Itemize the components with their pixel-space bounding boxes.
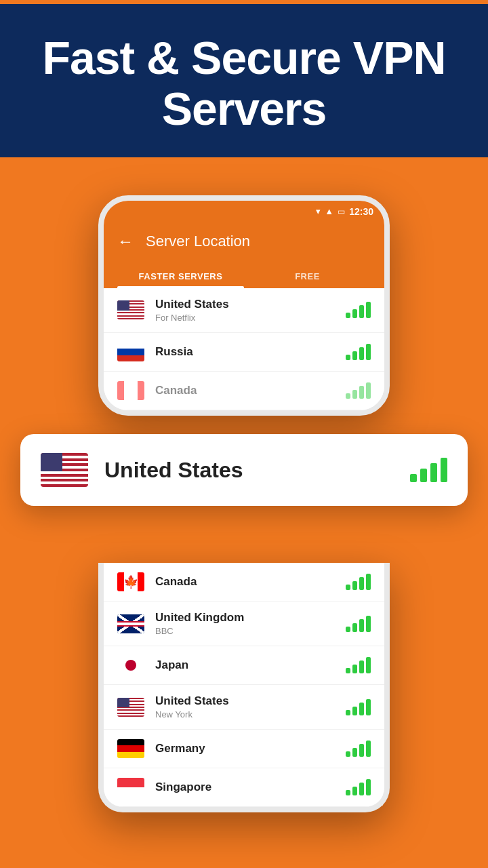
flag-canada-lower: 🍁 <box>117 572 144 591</box>
bar3 <box>359 386 364 399</box>
floating-country-name: United States <box>104 458 394 483</box>
banner-title: Fast & Secure VPN Servers <box>41 33 447 134</box>
server-name-canada: Canada <box>155 384 335 397</box>
server-name-russia: Russia <box>155 345 335 359</box>
bar1 <box>410 474 417 482</box>
server-sub-uk: BBC <box>155 626 335 636</box>
server-name-germany: Germany <box>155 742 335 755</box>
flag-us-netflix <box>117 300 144 319</box>
server-name-uk: United Kingdom <box>155 611 335 625</box>
app-header: ← Server Location <box>104 222 384 263</box>
server-name-singapore: Singapore <box>155 781 335 794</box>
server-name-canada-lower: Canada <box>155 575 335 589</box>
server-name-japan: Japan <box>155 658 335 672</box>
bar2 <box>352 665 357 673</box>
server-list: United States For Netflix Russia <box>104 288 384 410</box>
bar1 <box>346 790 350 795</box>
signal-icon: ▲ <box>325 206 333 216</box>
flag-canada <box>117 381 144 400</box>
bar2 <box>352 623 357 632</box>
bar3 <box>359 744 364 757</box>
bar2 <box>352 351 357 360</box>
wifi-icon: ▾ <box>316 206 321 216</box>
signal-bars-us-netflix <box>346 302 371 318</box>
server-name-us-ny: United States <box>155 694 335 708</box>
bar3 <box>359 347 364 360</box>
phone-device: ▾ ▲ ▭ 12:30 ← Server Location FASTER SER… <box>98 195 390 416</box>
bar1 <box>346 393 350 399</box>
status-bar: ▾ ▲ ▭ 12:30 <box>104 201 384 222</box>
server-info-canada: Canada <box>155 384 335 397</box>
status-time: 12:30 <box>349 206 373 217</box>
bar4 <box>441 458 447 482</box>
bar4 <box>366 382 371 399</box>
bar3 <box>359 783 364 795</box>
bar4 <box>366 657 371 673</box>
server-item-us-netflix[interactable]: United States For Netflix <box>104 288 384 333</box>
floating-flag <box>41 453 88 487</box>
battery-icon: ▭ <box>338 207 345 216</box>
bar1 <box>346 751 350 757</box>
server-item-japan[interactable]: Japan <box>104 646 384 685</box>
server-info-uk: United Kingdom BBC <box>155 611 335 636</box>
bar4 <box>366 779 371 795</box>
server-sub-us-ny: New York <box>155 709 335 719</box>
bar2 <box>352 390 357 399</box>
server-item-us-ny[interactable]: United States New York <box>104 685 384 730</box>
signal-bars-uk <box>346 616 371 632</box>
flag-singapore <box>117 778 144 797</box>
bar3 <box>359 619 364 632</box>
bar4 <box>366 574 371 590</box>
flag-japan <box>117 656 144 675</box>
server-name-us-netflix: United States <box>155 298 335 311</box>
floating-card: United States <box>20 434 468 506</box>
top-banner: Fast & Secure VPN Servers <box>0 0 488 161</box>
bar1 <box>346 668 350 673</box>
bar4 <box>366 616 371 632</box>
header-title: Server Location <box>146 233 250 250</box>
phone-lower: 🍁 Canada United Kingdom BBC <box>98 563 390 812</box>
bar1 <box>346 710 350 715</box>
server-info-russia: Russia <box>155 345 335 359</box>
signal-bars-japan <box>346 657 371 673</box>
phone-wrapper: ▾ ▲ ▭ 12:30 ← Server Location FASTER SER… <box>0 195 488 416</box>
flag-germany <box>117 739 144 758</box>
bar1 <box>346 627 350 632</box>
server-item-canada[interactable]: Canada <box>104 372 384 410</box>
server-item-germany[interactable]: Germany <box>104 730 384 768</box>
server-item-russia[interactable]: Russia <box>104 333 384 372</box>
bar3 <box>359 660 364 673</box>
bar1 <box>346 313 350 318</box>
back-button[interactable]: ← <box>117 232 134 251</box>
bar1 <box>346 585 350 590</box>
flag-us-ny <box>117 698 144 717</box>
bar2 <box>352 787 357 795</box>
bar3 <box>359 577 364 590</box>
bar2 <box>352 707 357 715</box>
bar2 <box>420 469 427 482</box>
server-item-canada-lower[interactable]: 🍁 Canada <box>104 563 384 601</box>
bar4 <box>366 344 371 360</box>
server-info-us-ny: United States New York <box>155 694 335 719</box>
server-info-us-netflix: United States For Netflix <box>155 298 335 323</box>
flag-uk <box>117 614 144 633</box>
tab-free[interactable]: FREE <box>244 263 371 288</box>
tab-faster-servers[interactable]: FASTER SERVERS <box>117 263 244 288</box>
server-sub-us-netflix: For Netflix <box>155 313 335 323</box>
bar2 <box>352 309 357 318</box>
bar2 <box>352 748 357 757</box>
bar4 <box>366 302 371 318</box>
server-item-singapore[interactable]: Singapore <box>104 768 384 807</box>
status-icons: ▾ ▲ ▭ 12:30 <box>316 206 373 217</box>
bar1 <box>346 355 350 360</box>
server-info-germany: Germany <box>155 742 335 755</box>
bar3 <box>359 703 364 715</box>
signal-bars-canada <box>346 382 371 399</box>
server-item-uk[interactable]: United Kingdom BBC <box>104 601 384 646</box>
bar4 <box>366 699 371 715</box>
japan-circle <box>125 660 136 671</box>
signal-bars-germany <box>346 741 371 757</box>
floating-signal-bars <box>410 458 447 482</box>
bar3 <box>430 463 437 482</box>
flag-russia <box>117 342 144 361</box>
